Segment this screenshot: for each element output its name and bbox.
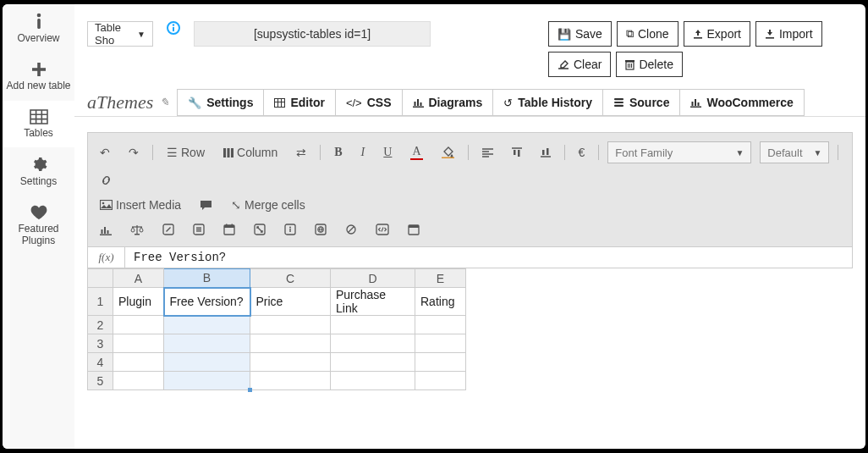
- nav-overview[interactable]: Overview: [3, 4, 74, 53]
- cell-C4[interactable]: [250, 353, 331, 372]
- bold-button[interactable]: B: [329, 143, 347, 162]
- col-header-C[interactable]: C: [250, 269, 331, 288]
- cell-A1[interactable]: Plugin: [113, 288, 164, 316]
- fill-color-button[interactable]: [437, 144, 459, 161]
- tool-info-box-icon[interactable]: [279, 221, 301, 238]
- cell-B3[interactable]: [164, 334, 250, 353]
- tab-history[interactable]: ↺Table History: [492, 89, 603, 116]
- col-header-A[interactable]: A: [113, 269, 164, 288]
- text-color-button[interactable]: A: [405, 142, 427, 163]
- delete-button[interactable]: Delete: [616, 52, 682, 77]
- font-size-select[interactable]: Default▼: [760, 141, 829, 163]
- cell-C5[interactable]: [250, 372, 331, 390]
- cell-B4[interactable]: [164, 353, 250, 372]
- tab-editor[interactable]: Editor: [263, 89, 335, 116]
- currency-button[interactable]: €: [574, 143, 591, 162]
- svg-rect-69: [232, 224, 233, 227]
- column-button[interactable]: Column: [218, 143, 283, 162]
- valign-top-button[interactable]: [507, 145, 527, 160]
- row-header-3[interactable]: 3: [88, 334, 113, 353]
- svg-point-11: [173, 24, 174, 25]
- cell-C3[interactable]: [250, 334, 331, 353]
- export-button[interactable]: Export: [684, 21, 750, 47]
- svg-rect-31: [614, 98, 624, 100]
- cell-E4[interactable]: [415, 353, 466, 372]
- cell-B1[interactable]: Free Version?: [164, 288, 250, 316]
- cell-B5[interactable]: [164, 372, 250, 390]
- shortcode-field[interactable]: [supsystic-tables id=1]: [194, 21, 431, 47]
- cell-D1[interactable]: Purchase Link: [331, 288, 415, 316]
- cell-D5[interactable]: [331, 372, 415, 390]
- tab-woocommerce[interactable]: WooCommerce: [679, 89, 804, 116]
- insert-media-button[interactable]: Insert Media: [95, 196, 186, 214]
- col-header-D[interactable]: D: [331, 269, 415, 288]
- align-left-button[interactable]: [477, 146, 498, 160]
- cell-A3[interactable]: [113, 334, 164, 353]
- formula-input[interactable]: Free Version?: [125, 247, 852, 268]
- cell-D2[interactable]: [331, 316, 415, 334]
- row-header-5[interactable]: 5: [88, 372, 113, 390]
- tool-edit-box-icon[interactable]: [157, 221, 179, 238]
- corner-cell[interactable]: [88, 269, 113, 288]
- cell-B2[interactable]: [164, 316, 250, 334]
- tool-calendar-icon[interactable]: [218, 221, 240, 238]
- tool-block-icon[interactable]: [340, 221, 362, 238]
- col-header-B[interactable]: B: [164, 269, 250, 288]
- tool-globe-box-icon[interactable]: [310, 221, 332, 238]
- cell-E1[interactable]: Rating: [415, 288, 466, 316]
- merge-cells-button[interactable]: ⤡ Merge cells: [226, 196, 310, 214]
- font-family-select[interactable]: Font Family▼: [607, 141, 751, 163]
- cell-A4[interactable]: [113, 353, 164, 372]
- valign-bottom-button[interactable]: [536, 145, 556, 160]
- row-header-1[interactable]: 1: [88, 288, 113, 316]
- undo-button[interactable]: ↶: [95, 143, 115, 162]
- underline-button[interactable]: U: [378, 143, 397, 162]
- tool-code-box-icon[interactable]: [371, 221, 394, 238]
- info-icon: [31, 13, 47, 30]
- col-header-E[interactable]: E: [415, 269, 466, 288]
- import-button[interactable]: Import: [755, 21, 822, 47]
- table-select-dropdown[interactable]: Table Sho ▼: [87, 21, 153, 47]
- cell-E2[interactable]: [415, 316, 466, 334]
- redo-button[interactable]: ↷: [124, 143, 144, 162]
- clone-button[interactable]: ⧉Clone: [617, 21, 678, 47]
- spreadsheet[interactable]: A B C D E 1 Plugin Free Version? Price P…: [87, 268, 466, 390]
- tool-chart-icon[interactable]: [95, 222, 117, 238]
- comment-button[interactable]: [195, 197, 217, 213]
- tool-list-box-icon[interactable]: [188, 221, 210, 238]
- nav-settings[interactable]: Settings: [3, 147, 74, 196]
- cell-E3[interactable]: [415, 334, 466, 353]
- clear-button[interactable]: Clear: [548, 52, 611, 77]
- selection-handle[interactable]: [248, 388, 252, 392]
- cell-E5[interactable]: [415, 372, 466, 390]
- info-icon[interactable]: [162, 21, 185, 35]
- nav-featured-plugins[interactable]: Featured Plugins: [3, 196, 74, 256]
- link-button[interactable]: [95, 172, 118, 189]
- cell-D4[interactable]: [331, 353, 415, 372]
- cell-C2[interactable]: [250, 316, 331, 334]
- tab-diagrams[interactable]: Diagrams: [402, 89, 494, 116]
- tool-calendar2-icon[interactable]: [403, 221, 425, 238]
- save-button[interactable]: 💾Save: [548, 21, 612, 47]
- pencil-icon[interactable]: ✎: [160, 96, 169, 109]
- row-header-4[interactable]: 4: [88, 353, 113, 372]
- table-title[interactable]: aThemes ✎: [87, 91, 169, 113]
- tool-balance-icon[interactable]: [125, 222, 149, 238]
- swap-button[interactable]: ⇄: [291, 143, 311, 162]
- tool-fullscreen-icon[interactable]: [249, 221, 271, 238]
- svg-rect-13: [766, 37, 774, 39]
- tab-css[interactable]: </>CSS: [335, 89, 403, 116]
- svg-rect-50: [542, 150, 545, 155]
- row-header-2[interactable]: 2: [88, 316, 113, 334]
- italic-button[interactable]: I: [356, 143, 371, 162]
- nav-tables[interactable]: Tables: [3, 101, 74, 148]
- cell-C1[interactable]: Price: [250, 288, 331, 316]
- cell-A2[interactable]: [113, 316, 164, 334]
- svg-point-53: [102, 202, 105, 205]
- tab-settings[interactable]: 🔧Settings: [177, 89, 264, 116]
- cell-A5[interactable]: [113, 372, 164, 390]
- tab-source[interactable]: Source: [602, 89, 680, 116]
- cell-D3[interactable]: [331, 334, 415, 353]
- row-button[interactable]: ☰ Row: [162, 143, 210, 162]
- nav-add-new-table[interactable]: Add new table: [3, 53, 74, 101]
